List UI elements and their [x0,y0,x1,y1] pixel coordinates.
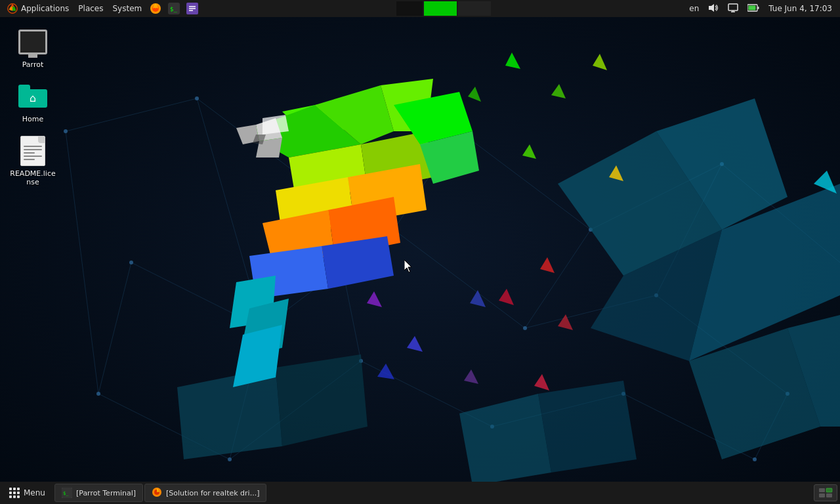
svg-line-9 [394,230,525,328]
grid-dot [9,488,12,490]
svg-marker-87 [394,92,472,144]
grid-dot [17,495,20,498]
svg-marker-68 [276,354,368,446]
grid-dot [13,488,16,490]
svg-line-10 [525,295,656,328]
svg-marker-81 [328,197,400,256]
svg-point-35 [523,326,527,330]
doc-line-5 [24,159,35,160]
svg-rect-0 [0,0,840,504]
svg-marker-106 [709,4,714,12]
svg-line-15 [492,394,623,427]
svg-line-24 [230,328,262,459]
svg-marker-57 [540,257,555,273]
parrot-terminal-icon: $_ [62,488,72,498]
svg-marker-64 [499,289,514,305]
svg-point-32 [129,261,133,264]
svg-point-38 [96,392,100,396]
top-panel: Applications Places System $_ [0,0,840,17]
svg-marker-84 [230,276,276,328]
svg-point-29 [457,129,461,133]
datetime-display: Tue Jun 4, 17:03 [766,3,835,14]
panel-center-item1[interactable] [396,1,423,16]
grid-dot [17,492,20,494]
menu-label: Menu [24,488,45,497]
grid-dot [9,495,12,498]
svg-line-4 [459,131,591,230]
svg-line-25 [755,394,788,459]
grid-dot [13,492,16,494]
svg-point-34 [392,228,396,232]
svg-line-1 [66,98,197,131]
svg-line-11 [656,295,788,394]
svg-line-6 [722,164,840,262]
parrot-icon-label: Parrot [22,60,44,69]
task-firefox[interactable]: [Solution for realtek dri...] [144,484,266,502]
applications-menu[interactable]: Applications [3,0,73,17]
panel-center-item2[interactable] [424,1,457,16]
svg-rect-107 [728,4,738,10]
terminal-quicklaunch[interactable]: $_ [165,0,182,17]
task1-label: [Parrot Terminal] [76,489,136,497]
svg-line-22 [66,131,98,394]
svg-marker-49 [788,315,840,427]
panel-center-item3[interactable] [458,1,491,16]
folder-shape: ⌂ [18,85,47,108]
battery-icon[interactable] [745,3,762,15]
svg-line-13 [230,361,361,459]
svg-marker-46 [591,230,722,361]
readme-desktop-icon[interactable]: README.license [7,133,59,189]
places-menu[interactable]: Places [74,0,107,17]
notes-icon [186,3,198,14]
svg-rect-119 [826,488,832,492]
svg-marker-62 [377,364,394,379]
svg-marker-55 [522,144,536,159]
monitor-icon [728,3,738,12]
parrot-desktop-icon[interactable]: Parrot [7,24,59,72]
menu-button[interactable]: Menu [3,482,52,504]
firefox-quicklaunch[interactable] [147,0,164,17]
home-icon-label: Home [22,115,43,123]
svg-marker-93 [253,135,266,144]
system-label: System [112,4,142,13]
task-parrot-terminal[interactable]: $_ [Parrot Terminal] [54,484,143,502]
svg-rect-120 [819,494,825,497]
doc-line-1 [24,146,42,147]
doc-line-2 [24,149,42,150]
svg-marker-66 [534,374,549,390]
svg-line-12 [98,394,230,459]
svg-marker-73 [243,105,361,158]
svg-point-39 [228,457,232,461]
svg-marker-91 [236,125,259,144]
svg-marker-70 [538,381,637,472]
svg-line-8 [262,230,394,328]
display-icon[interactable] [725,2,741,16]
svg-marker-44 [558,131,722,276]
svg-point-37 [786,392,789,396]
svg-marker-48 [689,328,820,459]
svg-line-17 [197,98,262,328]
grid-icon [9,488,20,498]
svg-marker-76 [289,144,368,197]
svg-marker-86 [233,325,282,387]
volume-icon[interactable] [705,2,721,16]
notes-quicklaunch[interactable] [184,0,201,17]
svg-line-2 [197,98,328,197]
svg-point-40 [359,359,363,363]
system-menu[interactable]: System [108,0,146,17]
parrot-icon-image [17,26,49,58]
home-desktop-icon[interactable]: ⌂ Home [7,78,59,126]
desktop-switcher-icon [818,488,833,498]
firefox-icon [150,3,161,14]
svg-marker-79 [348,164,427,223]
svg-marker-45 [656,98,788,230]
svg-marker-51 [505,52,520,69]
grid-dot [13,495,16,498]
svg-marker-83 [322,236,394,289]
show-desktop-button[interactable] [814,484,837,501]
firefox-task-svg [152,487,162,497]
grid-dot [17,488,20,490]
svg-point-27 [195,96,199,100]
home-icon-image: ⌂ [17,81,49,112]
svg-line-18 [394,131,459,230]
